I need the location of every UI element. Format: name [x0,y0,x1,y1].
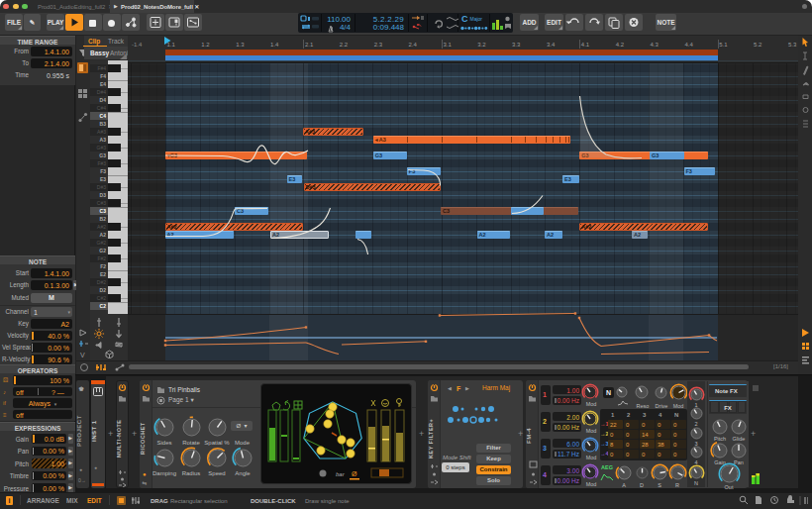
svg-text:Ø: Ø [352,470,357,477]
svg-text:bar: bar [336,471,346,477]
